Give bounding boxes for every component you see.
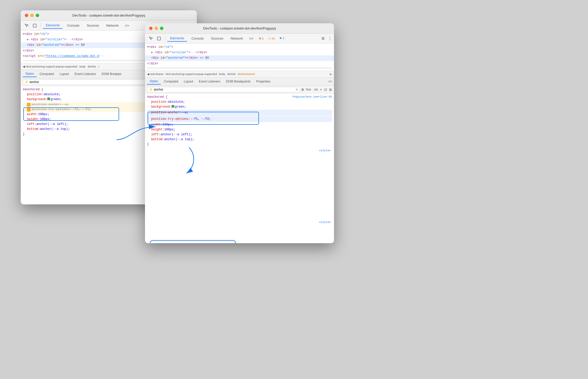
warn-badge: ⚠ 46 xyxy=(267,36,276,40)
blue-highlight-box-1 xyxy=(23,107,119,121)
breadcrumb-arrow-2[interactable]: ◀ xyxy=(147,72,149,76)
breadcrumb-item-1[interactable]: ◀ xyxy=(23,65,25,68)
settings-icon-2[interactable]: ⊕ xyxy=(301,87,304,92)
breadcrumb-item-2-3[interactable]: body xyxy=(219,72,225,76)
filter-funnel-icon: ⚡ xyxy=(149,88,153,91)
error-badge: ⊗ 1 xyxy=(258,36,265,40)
filter-clear-2[interactable]: ✕ xyxy=(295,88,298,92)
css-selector-1: #anchored { xyxy=(23,88,43,91)
more-tabs-2[interactable]: >> xyxy=(247,35,255,42)
panel-tab-computed-2[interactable]: Computed xyxy=(161,79,181,84)
window-title-2: DevTools - codepen.io/web-dot-dev/live/P… xyxy=(203,26,276,30)
minimize-button-1[interactable] xyxy=(30,14,34,17)
breadcrumb-item-2-4[interactable]: div#cb xyxy=(227,72,236,76)
toolbar-sep-2 xyxy=(165,36,165,41)
panel-tab-events-1[interactable]: Event Listeners xyxy=(72,71,99,77)
breadcrumb-item-3[interactable]: body xyxy=(79,65,86,68)
traffic-lights-2 xyxy=(149,27,163,30)
blue-highlight-box-2 xyxy=(148,112,259,125)
filter-input-2[interactable] xyxy=(154,88,294,91)
html-line-2-4: </div> xyxy=(145,61,334,66)
css-line-position-2: position: absolute; xyxy=(147,100,332,105)
tab-console-1[interactable]: Console xyxy=(64,23,83,28)
html-line-2-1: ▼<div id="cb"> xyxy=(145,44,334,50)
titlebar-2: DevTools - codepen.io/web-dot-dev/live/P… xyxy=(145,23,334,34)
warning-icon-1: ⚠ xyxy=(27,103,31,107)
breadcrumb-item-2[interactable]: html.anchoring-support.popup-supported xyxy=(26,65,77,68)
filter-actions-2: :hov .cls + ⊡ ⊞ xyxy=(305,87,332,92)
css-line-background-2: background: green; xyxy=(147,105,332,109)
svg-rect-0 xyxy=(33,24,36,27)
filter-icon-1: ⚡ xyxy=(25,80,28,84)
breadcrumb-item-2-5[interactable]: div#anchored xyxy=(238,72,255,76)
panel-tab-styles-2[interactable]: Styles xyxy=(147,78,161,85)
svg-rect-1 xyxy=(157,37,161,40)
filter-input-wrap-2[interactable]: ⚡ ✕ xyxy=(147,87,300,92)
html-line-2-2: ▶ <div id="scroller">···</div> xyxy=(145,50,334,55)
dock-icon-1[interactable]: ⊡ xyxy=(324,88,327,92)
traffic-lights-1 xyxy=(25,14,39,17)
tab-network-2[interactable]: Network xyxy=(228,35,246,41)
css-line-left-2: left: anchor(--a left); xyxy=(147,132,332,137)
style-source-label-2[interactable]: <style> xyxy=(145,220,334,224)
cursor-icon-2[interactable] xyxy=(147,35,154,42)
color-swatch-1[interactable] xyxy=(47,98,50,100)
position-try-tooltip: @position-try --f1 right: anchor(--a lef… xyxy=(150,240,236,243)
info-badge: ⚑ 7 xyxy=(278,36,286,40)
more-tabs-1[interactable]: >> xyxy=(123,23,131,29)
tab-elements-2[interactable]: Elements xyxy=(167,35,187,42)
html-line-2-3: <div id="anchored"></div> == $0 xyxy=(145,55,334,61)
maximize-button-2[interactable] xyxy=(160,27,163,30)
panel-tab-dom-2[interactable]: DOM Breakpoints xyxy=(223,79,253,84)
inspect-icon-2[interactable] xyxy=(155,35,163,42)
cls-button-2[interactable]: .cls xyxy=(313,88,318,91)
breadcrumb-item-2-2[interactable]: html.anchoring-support.popup-supported xyxy=(165,72,217,76)
tab-elements-1[interactable]: Elements xyxy=(43,22,63,29)
source-ref-2[interactable]: Pogyyyq?ano…iew=live:55 xyxy=(293,95,332,99)
cursor-icon[interactable] xyxy=(23,22,30,29)
tab-network-1[interactable]: Network xyxy=(103,23,122,28)
css-closing-brace-2: } xyxy=(147,142,332,147)
breadcrumb-scroll-2[interactable]: ▶ xyxy=(330,72,332,76)
panel-tab-dom-1[interactable]: DOM Breakpo xyxy=(99,71,124,77)
html-tree-2: ▼<div id="cb"> ▶ <div id="scroller">···<… xyxy=(145,43,334,71)
maximize-button-1[interactable] xyxy=(36,14,39,17)
panel-tab-layout-1[interactable]: Layout xyxy=(57,71,71,77)
filter-bar-2: ⚡ ✕ ⊕ :hov .cls + ⊡ ⊞ xyxy=(145,86,334,94)
breadcrumb-2: ◀ sult-iframe html.anchoring-support.pop… xyxy=(145,71,334,78)
style-source-label[interactable]: <style> xyxy=(145,148,334,153)
breadcrumb-item-2-1[interactable]: sult-iframe xyxy=(150,72,163,76)
styles-content-2: #anchored { Pogyyyq?ano…iew=live:55 posi… xyxy=(145,94,334,224)
panel-tab-computed-1[interactable]: Computed xyxy=(37,71,56,77)
devtools-window-2: DevTools - codepen.io/web-dot-dev/live/P… xyxy=(145,23,334,243)
css-line-height-2: height: 100px; xyxy=(147,127,332,132)
settings-gear-icon[interactable]: ⚙ xyxy=(321,36,325,41)
toolbar-sep-1 xyxy=(40,23,41,28)
tab-sources-1[interactable]: Sources xyxy=(84,23,102,28)
hov-button-2[interactable]: :hov xyxy=(305,88,311,91)
minimize-button-2[interactable] xyxy=(155,27,158,30)
panel-tab-styles-1[interactable]: Styles xyxy=(23,71,37,77)
toolbar-2: Elements Console Sources Network >> ⊗ 1 … xyxy=(145,34,334,43)
panel-more-2[interactable]: >> xyxy=(328,80,332,83)
close-button-2[interactable] xyxy=(149,27,153,30)
css-selector-line-2: #anchored { Pogyyyq?ano…iew=live:55 xyxy=(147,95,332,100)
more-options-icon[interactable]: ⋮ xyxy=(328,36,332,41)
panel-tab-events-2[interactable]: Event Listeners xyxy=(196,79,223,84)
tab-sources-2[interactable]: Sources xyxy=(208,35,227,41)
css-line-bottom-2: bottom: anchor(--a top); xyxy=(147,137,332,142)
inspect-icon[interactable] xyxy=(31,22,38,29)
color-swatch-2[interactable] xyxy=(172,105,174,108)
panel-tab-props-2[interactable]: Properties xyxy=(254,79,273,84)
window-title-1: DevTools - codepen.io/web-dot-dev/live/P… xyxy=(72,13,145,17)
css-selector-2: #anchored { xyxy=(147,95,168,99)
tab-console-2[interactable]: Console xyxy=(188,35,207,41)
panel-tab-layout-2[interactable]: Layout xyxy=(181,79,196,84)
add-style-icon[interactable]: + xyxy=(320,87,322,92)
titlebar-1: DevTools - codepen.io/web-dot-dev/live/P… xyxy=(21,10,197,21)
panel-tabs-2: Styles Computed Layout Event Listeners D… xyxy=(145,78,334,86)
close-button-1[interactable] xyxy=(25,14,28,17)
dock-icon-2[interactable]: ⊞ xyxy=(329,88,332,92)
breadcrumb-item-4[interactable]: div#cb xyxy=(88,65,96,68)
